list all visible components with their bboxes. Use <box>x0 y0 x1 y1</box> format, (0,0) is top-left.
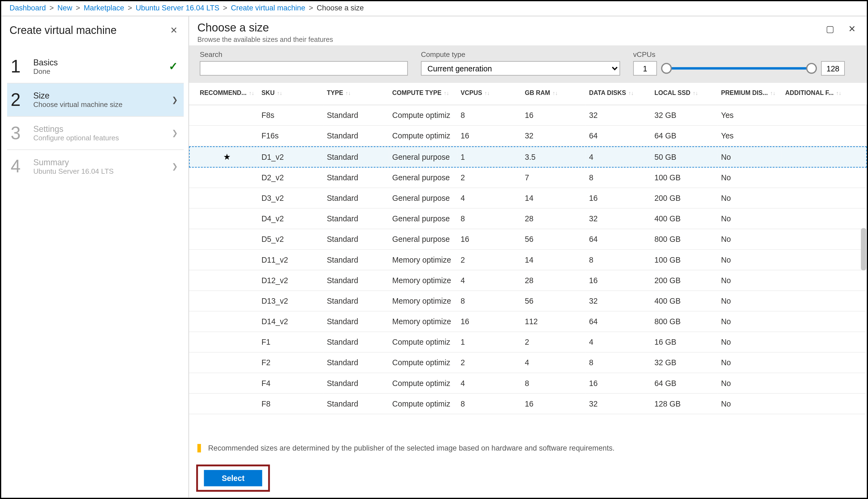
table-row[interactable]: F4StandardCompute optimiz481664 GBNo <box>189 373 867 393</box>
compute-type-select[interactable]: Current generation <box>421 61 620 75</box>
vcpu-slider-thumb-max[interactable] <box>806 63 817 74</box>
vcpu-max-input[interactable] <box>821 61 845 75</box>
cell-prem: Yes <box>718 125 782 146</box>
chevron-right-icon: > <box>128 3 132 12</box>
cell-sku: D11_v2 <box>258 250 323 270</box>
wizard-step-basics[interactable]: 1BasicsDone✓ <box>7 50 184 83</box>
column-header[interactable]: RECOMMEND...↑↓ <box>189 83 258 105</box>
cell-dd: 16 <box>585 188 651 208</box>
vcpu-slider[interactable] <box>663 67 815 70</box>
cell-prem: No <box>718 291 782 311</box>
close-icon[interactable]: ✕ <box>168 22 180 38</box>
cell-vcpu: 8 <box>457 291 522 311</box>
cell-vcpu: 4 <box>457 373 522 393</box>
info-note: Recommended sizes are determined by the … <box>189 438 867 459</box>
chevron-right-icon: > <box>76 3 80 12</box>
search-input[interactable] <box>200 61 408 75</box>
cell-ram: 28 <box>521 208 585 229</box>
step-number: 2 <box>11 89 33 110</box>
scrollbar-thumb[interactable] <box>861 228 866 270</box>
cell-sku: F16s <box>258 125 323 146</box>
cell-type: Standard <box>323 125 389 146</box>
table-row[interactable]: D13_v2StandardMemory optimize85632400 GB… <box>189 291 867 311</box>
column-header[interactable]: PREMIUM DIS...↑↓ <box>718 83 782 105</box>
chevron-right-icon: > <box>309 3 313 12</box>
step-number: 1 <box>11 56 33 77</box>
cell-ssd: 64 GB <box>651 373 717 393</box>
cell-ssd: 800 GB <box>651 229 717 250</box>
column-header[interactable]: GB RAM↑↓ <box>521 83 585 105</box>
cell-vcpu: 8 <box>457 208 522 229</box>
table-row[interactable]: D4_v2StandardGeneral purpose82832400 GBN… <box>189 208 867 229</box>
table-row[interactable]: D12_v2StandardMemory optimize42816200 GB… <box>189 270 867 291</box>
sort-icon: ↑↓ <box>553 90 558 96</box>
cell-sku: D2_v2 <box>258 167 323 188</box>
column-header[interactable]: TYPE↑↓ <box>323 83 389 105</box>
cell-rec <box>189 373 258 393</box>
table-row[interactable]: ★D1_v2StandardGeneral purpose13.5450 GBN… <box>189 146 867 167</box>
sort-icon: ↑↓ <box>836 90 842 96</box>
cell-ct: Compute optimiz <box>389 105 457 125</box>
step-title: Settings <box>33 124 172 134</box>
vcpu-slider-thumb-min[interactable] <box>661 63 672 74</box>
column-header[interactable]: DATA DISKS↑↓ <box>585 83 651 105</box>
step-title: Size <box>33 91 172 100</box>
table-row[interactable]: F8sStandardCompute optimiz8163232 GBYes <box>189 105 867 125</box>
close-icon[interactable]: ✕ <box>846 21 859 37</box>
cell-vcpu: 16 <box>457 311 522 332</box>
table-row[interactable]: F8StandardCompute optimiz81632128 GBNo <box>189 393 867 414</box>
cell-ct: Compute optimiz <box>389 352 457 373</box>
column-header[interactable]: COMPUTE TYPE↑↓ <box>389 83 457 105</box>
cell-ssd: 16 GB <box>651 332 717 352</box>
cell-ct: Memory optimize <box>389 311 457 332</box>
select-button[interactable]: Select <box>204 470 262 486</box>
column-header[interactable]: SKU↑↓ <box>258 83 323 105</box>
cell-ram: 56 <box>521 229 585 250</box>
maximize-icon[interactable]: ▢ <box>823 21 836 37</box>
breadcrumb-link[interactable]: Dashboard <box>10 3 46 12</box>
cell-add <box>782 188 867 208</box>
cell-type: Standard <box>323 229 389 250</box>
cell-add <box>782 291 867 311</box>
vcpu-min-input[interactable] <box>633 61 657 75</box>
cell-ram: 32 <box>521 125 585 146</box>
breadcrumb-link[interactable]: Ubuntu Server 16.04 LTS <box>136 3 219 12</box>
column-header[interactable]: VCPUS↑↓ <box>457 83 522 105</box>
step-subtitle: Configure optional features <box>33 134 172 142</box>
cell-ram: 56 <box>521 291 585 311</box>
cell-rec <box>189 229 258 250</box>
table-row[interactable]: D11_v2StandardMemory optimize2148100 GBN… <box>189 250 867 270</box>
cell-ct: Compute optimiz <box>389 125 457 146</box>
table-row[interactable]: F2StandardCompute optimiz24832 GBNo <box>189 352 867 373</box>
table-row[interactable]: D5_v2StandardGeneral purpose165664800 GB… <box>189 229 867 250</box>
cell-rec <box>189 125 258 146</box>
table-row[interactable]: F1StandardCompute optimiz12416 GBNo <box>189 332 867 352</box>
cell-vcpu: 16 <box>457 229 522 250</box>
step-subtitle: Choose virtual machine size <box>33 100 172 109</box>
cell-dd: 32 <box>585 208 651 229</box>
cell-add <box>782 373 867 393</box>
cell-sku: D14_v2 <box>258 311 323 332</box>
breadcrumb-link[interactable]: New <box>58 3 72 12</box>
cell-add <box>782 311 867 332</box>
star-icon: ★ <box>223 152 231 161</box>
cell-ssd: 64 GB <box>651 125 717 146</box>
sort-icon: ↑↓ <box>770 90 776 96</box>
wizard-step-size[interactable]: 2SizeChoose virtual machine size❯ <box>7 83 184 116</box>
cell-sku: F4 <box>258 373 323 393</box>
table-row[interactable]: D14_v2StandardMemory optimize1611264800 … <box>189 311 867 332</box>
cell-ssd: 128 GB <box>651 393 717 414</box>
cell-sku: D12_v2 <box>258 270 323 291</box>
chevron-right-icon: ❯ <box>172 129 178 137</box>
cell-ct: Memory optimize <box>389 250 457 270</box>
breadcrumb-link[interactable]: Create virtual machine <box>231 3 305 12</box>
table-row[interactable]: D3_v2StandardGeneral purpose41416200 GBN… <box>189 188 867 208</box>
table-row[interactable]: F16sStandardCompute optimiz16326464 GBYe… <box>189 125 867 146</box>
cell-sku: F2 <box>258 352 323 373</box>
cell-add <box>782 250 867 270</box>
column-header[interactable]: ADDITIONAL F...↑↓ <box>782 83 867 105</box>
column-header[interactable]: LOCAL SSD↑↓ <box>651 83 717 105</box>
breadcrumb-link[interactable]: Marketplace <box>84 3 124 12</box>
table-row[interactable]: D2_v2StandardGeneral purpose278100 GBNo <box>189 167 867 188</box>
cell-vcpu: 1 <box>457 332 522 352</box>
